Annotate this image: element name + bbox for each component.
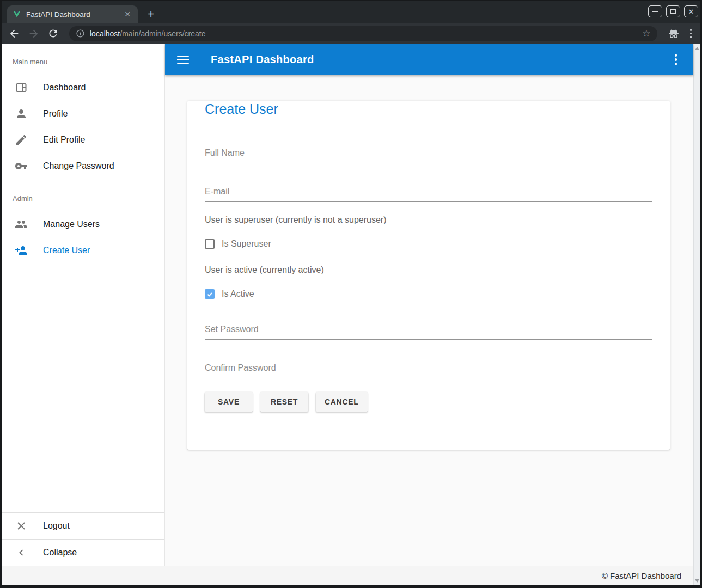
form-buttons: SAVE RESET CANCEL — [205, 392, 652, 412]
app-bar: FastAPI Dashboard — [165, 44, 693, 75]
cancel-button[interactable]: CANCEL — [316, 392, 368, 412]
full-name-input[interactable] — [205, 148, 652, 158]
chevron-left-icon — [15, 546, 28, 559]
page-content: Create User User is superuser (currently… — [165, 75, 693, 566]
scroll-down-icon[interactable] — [695, 579, 699, 583]
superuser-checkbox[interactable] — [205, 239, 215, 249]
tab-close-icon[interactable]: ✕ — [123, 10, 132, 19]
new-tab-button[interactable]: + — [144, 8, 157, 21]
sidebar-item-label: Change Password — [43, 161, 114, 171]
create-user-card: Create User User is superuser (currently… — [187, 101, 670, 450]
browser-tabstrip: FastAPI Dashboard ✕ + ✕ — [2, 1, 700, 23]
confirm-password-field-wrap — [205, 363, 652, 378]
url-path: /main/admin/users/create — [120, 29, 205, 38]
sidebar-section-main-menu: Main menu — [2, 48, 164, 75]
hamburger-menu-icon[interactable] — [177, 56, 189, 64]
address-bar[interactable]: localhost/main/admin/users/create ☆ — [69, 26, 657, 41]
reset-button[interactable]: RESET — [260, 392, 308, 412]
person-icon — [15, 107, 28, 120]
reload-icon[interactable] — [47, 28, 59, 40]
footer-copyright: © FastAPI Dashboard — [602, 571, 681, 580]
sidebar-item-edit-profile[interactable]: Edit Profile — [2, 127, 164, 153]
sidebar-item-manage-users[interactable]: Manage Users — [2, 211, 164, 237]
main-area: FastAPI Dashboard Create User User is su… — [165, 44, 693, 566]
set-password-field-wrap — [205, 324, 652, 340]
sidebar-item-logout[interactable]: Logout — [2, 513, 164, 539]
sidebar: Main menu Dashboard Profile — [2, 44, 165, 566]
active-checkbox[interactable] — [205, 289, 215, 299]
active-checkbox-row[interactable]: Is Active — [205, 287, 652, 301]
back-icon[interactable] — [8, 28, 20, 40]
superuser-checkbox-row[interactable]: Is Superuser — [205, 237, 652, 250]
superuser-hint: User is superuser (currently is not a su… — [205, 213, 652, 226]
sidebar-item-label: Profile — [43, 109, 68, 119]
page-scrollbar[interactable] — [693, 44, 700, 585]
page-title: Create User — [205, 101, 652, 117]
sidebar-spacer — [2, 264, 164, 512]
person-add-icon — [15, 244, 28, 257]
browser-toolbar: localhost/main/admin/users/create ☆ — [2, 23, 700, 44]
scroll-up-icon[interactable] — [695, 47, 699, 50]
url-text[interactable]: localhost/main/admin/users/create — [90, 29, 637, 38]
incognito-icon — [667, 27, 680, 40]
save-button[interactable]: SAVE — [205, 392, 253, 412]
forward-icon[interactable] — [28, 28, 40, 40]
active-checkbox-label: Is Active — [222, 289, 254, 299]
maximize-icon[interactable] — [666, 5, 680, 17]
active-hint: User is active (currently active) — [205, 264, 652, 277]
app-footer: © FastAPI Dashboard — [2, 566, 693, 585]
email-field-wrap — [205, 187, 652, 202]
key-icon — [15, 160, 28, 173]
sidebar-item-dashboard[interactable]: Dashboard — [2, 75, 164, 101]
sidebar-item-profile[interactable]: Profile — [2, 101, 164, 127]
url-host: localhost — [90, 29, 120, 38]
sidebar-item-create-user[interactable]: Create User — [2, 237, 164, 264]
minimize-icon[interactable] — [648, 5, 662, 17]
set-password-input[interactable] — [205, 324, 652, 334]
sidebar-item-label: Manage Users — [43, 219, 100, 229]
page-info-icon[interactable] — [76, 29, 85, 38]
sidebar-item-label: Logout — [43, 521, 70, 531]
sidebar-item-label: Collapse — [43, 548, 77, 558]
dashboard-icon — [15, 81, 28, 94]
app-title: FastAPI Dashboard — [211, 53, 670, 66]
sidebar-item-collapse[interactable]: Collapse — [2, 540, 164, 566]
bookmark-star-icon[interactable]: ☆ — [642, 28, 650, 39]
window-controls: ✕ — [648, 5, 698, 17]
confirm-password-input[interactable] — [205, 363, 652, 373]
browser-menu-icon[interactable] — [688, 29, 694, 38]
sidebar-item-change-password[interactable]: Change Password — [2, 153, 164, 179]
vue-logo-icon — [13, 10, 21, 19]
sidebar-section-admin: Admin — [2, 185, 164, 211]
pencil-icon — [15, 133, 28, 146]
group-icon — [15, 218, 28, 231]
close-icon — [15, 519, 28, 532]
sidebar-item-label: Dashboard — [43, 83, 86, 93]
full-name-field-wrap — [205, 148, 652, 163]
sidebar-item-label: Edit Profile — [43, 135, 85, 145]
sidebar-item-label: Create User — [43, 246, 90, 255]
email-input[interactable] — [205, 187, 652, 197]
close-window-icon[interactable]: ✕ — [684, 5, 698, 17]
appbar-menu-icon[interactable] — [670, 52, 682, 68]
browser-tab[interactable]: FastAPI Dashboard ✕ — [7, 5, 138, 23]
tab-title: FastAPI Dashboard — [26, 10, 118, 19]
superuser-checkbox-label: Is Superuser — [222, 239, 271, 249]
app-viewport: Main menu Dashboard Profile — [2, 44, 700, 585]
